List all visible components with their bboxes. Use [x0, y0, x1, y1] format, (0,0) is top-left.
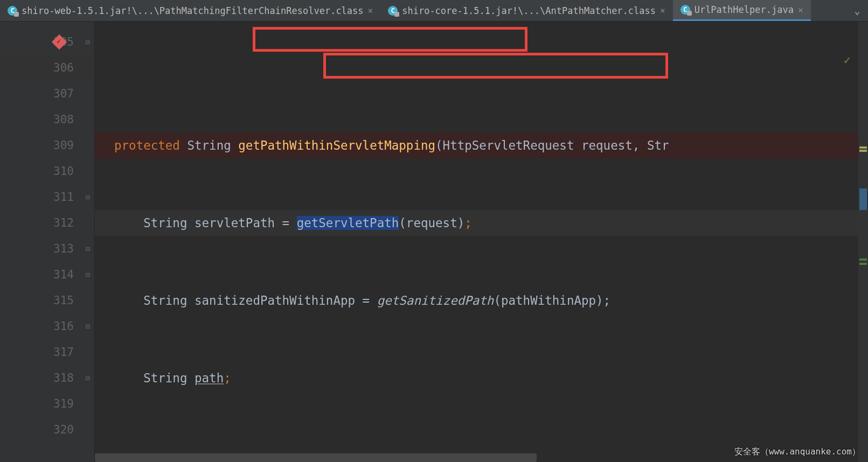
gutter-line[interactable]: 319 — [0, 391, 94, 417]
gutter-line[interactable]: 313⊟ — [0, 236, 94, 262]
line-number: 310 — [53, 165, 74, 178]
annotation-box — [253, 27, 527, 52]
close-icon[interactable]: × — [368, 5, 373, 16]
line-number: 315 — [53, 294, 74, 307]
annotation-box — [323, 53, 668, 79]
gutter-line[interactable]: 308 — [0, 107, 94, 132]
gutter-line[interactable]: 320 — [0, 417, 94, 443]
horizontal-scrollbar[interactable] — [95, 453, 537, 462]
gutter-line[interactable]: 317 — [0, 339, 94, 365]
line-number: 318 — [53, 372, 74, 384]
line-number: 317 — [53, 346, 74, 359]
gutter-line[interactable]: 314⊟ — [0, 262, 94, 288]
marker[interactable] — [859, 146, 867, 149]
marker[interactable] — [859, 150, 867, 152]
fold-icon[interactable]: ⊟ — [86, 270, 90, 279]
marker[interactable] — [859, 188, 867, 210]
close-icon[interactable]: × — [660, 5, 665, 16]
editor-tab-bar: C shiro-web-1.5.1.jar!\...\PathMatchingF… — [0, 0, 868, 22]
editor-area: 305 ⊟ 306 307 308 309 310 311⊟ 312 313⊟ … — [0, 22, 868, 462]
gutter-line[interactable]: 315 — [0, 288, 94, 313]
class-file-icon: C — [8, 6, 17, 16]
line-number: 314 — [53, 268, 74, 281]
analysis-ok-icon[interactable]: ✓ — [844, 47, 851, 73]
watermark: 安全客（www.anquanke.com） — [734, 446, 860, 458]
tab-file-2[interactable]: C shiro-core-1.5.1.jar!\...\AntPathMatch… — [380, 0, 672, 21]
line-number: 306 — [53, 61, 74, 74]
close-icon[interactable]: × — [798, 5, 803, 15]
fold-icon[interactable]: ⊟ — [86, 38, 90, 46]
code-line[interactable]: String sanitizedPathWithinApp = getSanit… — [95, 288, 858, 313]
class-file-icon: C — [388, 6, 398, 16]
gutter-line[interactable]: 309 — [0, 132, 94, 158]
tab-label: UrlPathHelper.java — [695, 4, 794, 15]
gutter[interactable]: 305 ⊟ 306 307 308 309 310 311⊟ 312 313⊟ … — [0, 22, 95, 462]
line-number: 313 — [53, 242, 74, 255]
line-number: 320 — [53, 423, 74, 436]
tab-file-3[interactable]: C UrlPathHelper.java × — [673, 0, 811, 21]
gutter-line[interactable]: 316⊟ — [0, 313, 94, 339]
tab-label: shiro-core-1.5.1.jar!\...\AntPathMatcher… — [402, 5, 656, 16]
gutter-line[interactable]: 307 — [0, 81, 94, 107]
code-editor[interactable]: ✓ protected String getPathWithinServletM… — [95, 22, 858, 462]
code-line[interactable]: String path; — [95, 365, 858, 391]
line-number: 312 — [53, 216, 74, 229]
line-number: 308 — [53, 113, 74, 126]
fold-icon[interactable]: ⊟ — [86, 374, 90, 382]
tab-label: shiro-web-1.5.1.jar!\...\PathMatchingFil… — [22, 5, 364, 16]
tab-file-1[interactable]: C shiro-web-1.5.1.jar!\...\PathMatchingF… — [0, 0, 380, 21]
gutter-line[interactable]: 305 ⊟ — [0, 29, 94, 55]
code-line[interactable]: protected String getPathWithinServletMap… — [95, 132, 858, 158]
line-number: 307 — [53, 87, 74, 100]
marker-bar[interactable] — [858, 22, 868, 462]
fold-icon[interactable]: ⊟ — [86, 322, 90, 331]
java-file-icon: C — [680, 5, 690, 15]
gutter-line[interactable]: 306 — [0, 55, 94, 81]
more-tabs-button[interactable]: ⌄ — [846, 5, 868, 16]
gutter-line[interactable]: 311⊟ — [0, 184, 94, 210]
gutter-line[interactable]: 318⊟ — [0, 365, 94, 391]
code-line[interactable]: String servletPath = getServletPath(requ… — [95, 210, 858, 236]
line-number: 311 — [53, 191, 74, 204]
gutter-line[interactable]: 312 — [0, 210, 94, 236]
line-number: 309 — [53, 139, 74, 152]
fold-icon[interactable]: ⊟ — [86, 193, 90, 201]
marker[interactable] — [859, 258, 867, 261]
marker[interactable] — [859, 263, 867, 265]
line-number: 316 — [53, 320, 74, 333]
line-number: 319 — [53, 397, 74, 410]
fold-icon[interactable]: ⊟ — [86, 244, 90, 253]
gutter-line[interactable]: 310 — [0, 158, 94, 184]
